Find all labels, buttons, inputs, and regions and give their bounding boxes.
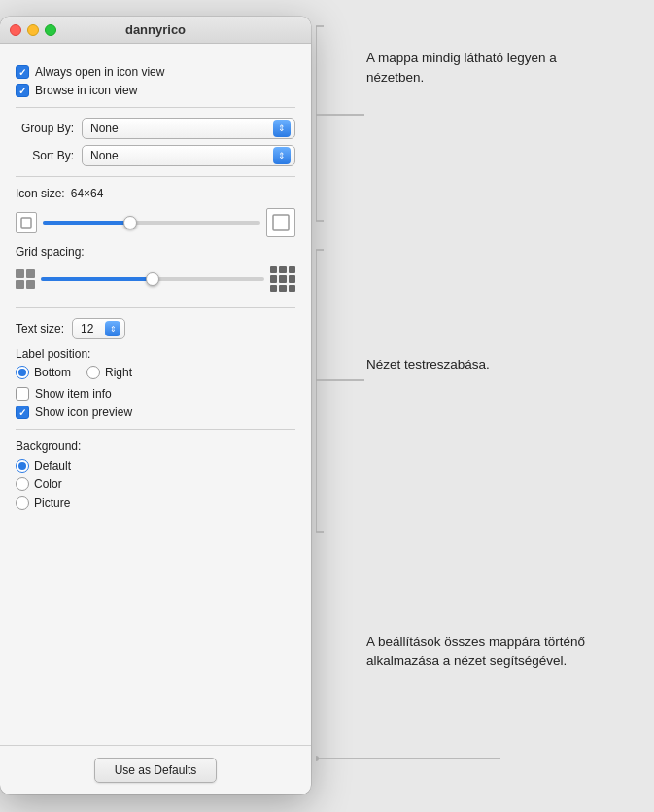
background-section: Background: Default Color Picture [16,430,295,519]
label-right-label: Right [105,366,132,379]
background-color-label: Color [34,477,62,491]
icon-size-slider-row [16,208,295,237]
annotation-2: Nézet testreszabása. [366,355,561,374]
grid-spacing-slider-row [16,266,295,292]
background-picture-radio[interactable] [16,496,29,510]
background-color-radio[interactable] [16,477,29,491]
group-sort-section: Group By: None ⇕ Sort By: None ⇕ [16,108,295,177]
grid-small-icon [16,269,35,289]
background-color-option[interactable]: Color [16,477,295,491]
text-size-value: 12 [81,322,93,335]
maximize-button[interactable] [45,24,56,36]
close-button[interactable] [10,24,21,36]
label-right-option[interactable]: Right [86,366,132,379]
background-picture-option[interactable]: Picture [16,496,295,510]
horiz-line-1-svg [316,114,364,116]
background-default-radio[interactable] [16,459,29,473]
background-default-option[interactable]: Default [16,459,295,473]
traffic-lights [10,24,56,36]
show-icon-preview-row: Show icon preview [16,406,295,419]
background-title: Background: [16,440,295,453]
sort-by-label: Sort By: [16,149,74,162]
background-options: Default Color Picture [16,459,295,510]
horiz-line-3-svg [316,749,510,768]
browse-icon-checkbox[interactable] [16,84,29,97]
text-size-select[interactable]: 12 ⇕ [72,318,125,339]
sort-by-value: None [90,149,119,162]
icon-size-row: Icon size: 64×64 [16,187,295,200]
group-by-select[interactable]: None ⇕ [82,118,295,139]
label-right-radio[interactable] [86,366,100,379]
label-bottom-option[interactable]: Bottom [16,366,71,379]
horiz-line-2-svg [316,379,364,381]
grid-spacing-slider[interactable] [41,277,264,281]
window-container: dannyrico Always open in icon view Brows… [0,0,654,812]
footer: Use as Defaults [0,745,311,794]
group-by-label: Group By: [16,122,74,135]
show-item-info-label: Show item info [35,387,112,401]
grid-spacing-section: Grid spacing: [16,245,295,292]
background-picture-label: Picture [34,496,70,510]
sort-by-select[interactable]: None ⇕ [82,145,295,166]
show-item-info-row: Show item info [16,387,295,401]
browse-icon-row: Browse in icon view [16,84,295,97]
annotation-3: A beállítások összes mappára történő alk… [366,632,590,671]
always-open-label: Always open in icon view [35,65,164,79]
annotation-3-text: A beállítások összes mappára történő alk… [366,634,585,668]
text-size-row: Text size: 12 ⇕ [16,318,295,339]
svg-point-11 [316,756,319,761]
text-label-section: Text size: 12 ⇕ Label position: Bottom [16,308,295,430]
window-content: Always open in icon view Browse in icon … [0,44,311,745]
show-item-info-checkbox[interactable] [16,387,29,401]
svg-rect-1 [273,215,289,230]
finder-info-window: dannyrico Always open in icon view Brows… [0,17,311,794]
text-size-arrow-icon: ⇕ [105,321,120,336]
group-by-arrow-icon: ⇕ [273,120,291,137]
grid-spacing-label-row: Grid spacing: [16,245,295,259]
icon-size-label: Icon size: [16,187,65,200]
label-position-radio-group: Bottom Right [16,366,295,379]
always-open-checkbox[interactable] [16,65,29,79]
label-bottom-radio[interactable] [16,366,29,379]
bracket-1-svg [316,17,345,230]
bracket-2-svg [316,240,345,542]
text-size-label: Text size: [16,322,64,335]
icon-size-slider[interactable] [43,221,260,225]
sort-by-arrow-icon: ⇕ [273,147,291,164]
svg-rect-0 [21,218,31,228]
window-title: dannyrico [125,22,186,37]
annotations-panel: A mappa mindig látható legyen a nézetben… [316,0,654,812]
sort-by-row: Sort By: None ⇕ [16,145,295,166]
browse-icon-label: Browse in icon view [35,84,137,97]
icon-size-value: 64×64 [71,187,104,200]
label-position-row: Label position: Bottom Right [16,347,295,379]
show-icon-preview-label: Show icon preview [35,406,132,419]
grid-spacing-label: Grid spacing: [16,245,85,259]
annotation-1: A mappa mindig látható legyen a nézetben… [366,49,561,88]
icon-small-icon [16,212,37,233]
annotation-2-text: Nézet testreszabása. [366,357,490,371]
use-defaults-button[interactable]: Use as Defaults [94,758,218,783]
label-position-title: Label position: [16,347,295,361]
group-by-row: Group By: None ⇕ [16,118,295,139]
annotation-1-text: A mappa mindig látható legyen a nézetben… [366,51,557,85]
grid-large-icon [270,266,295,292]
label-bottom-label: Bottom [34,366,71,379]
icon-large-icon [266,208,295,237]
group-by-value: None [90,122,119,135]
titlebar: dannyrico [0,17,311,44]
icon-grid-section: Icon size: 64×64 [16,177,295,308]
background-default-label: Default [34,459,71,473]
view-section: Always open in icon view Browse in icon … [16,55,295,108]
show-icon-preview-checkbox[interactable] [16,406,29,419]
minimize-button[interactable] [27,24,39,36]
always-open-row: Always open in icon view [16,65,295,79]
